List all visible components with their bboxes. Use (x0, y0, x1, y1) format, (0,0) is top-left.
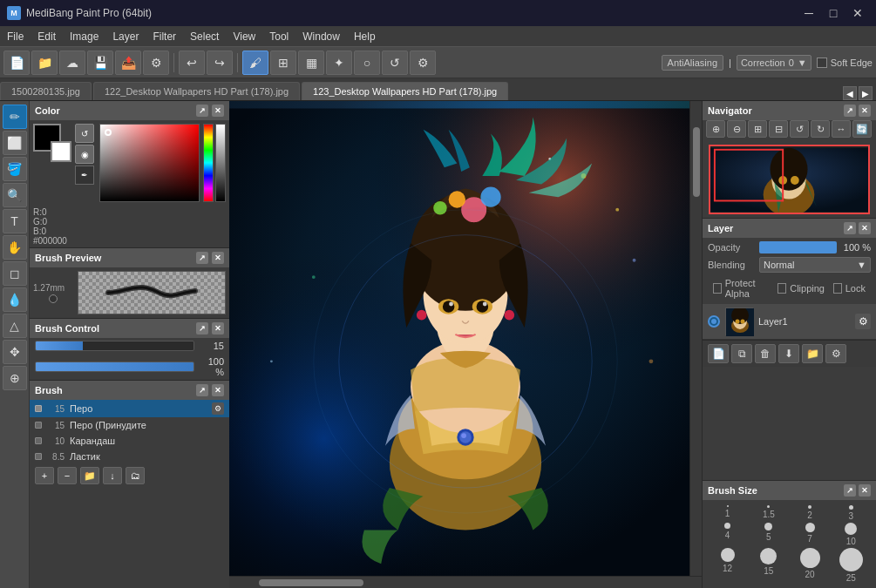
tool-small-1[interactable]: ↺ (75, 124, 94, 143)
brush-size-expand[interactable]: ↗ (844, 484, 856, 497)
toolbar-transform[interactable]: ✦ (326, 51, 352, 75)
brush-size-7[interactable]: 7 (791, 523, 830, 546)
horizontal-scrollbar[interactable] (229, 576, 702, 588)
toolbar-new[interactable]: 📄 (3, 51, 30, 75)
brush-panel-close[interactable]: ✕ (212, 384, 224, 396)
toolbar-open[interactable]: 📁 (31, 51, 58, 75)
tab-prev[interactable]: ◀ (843, 86, 857, 100)
brush-size-20[interactable]: 20 (791, 548, 830, 583)
tool-move[interactable]: ✥ (3, 340, 27, 364)
close-button[interactable]: ✕ (846, 3, 869, 23)
layer-settings[interactable]: ⚙ (825, 344, 846, 363)
menu-window[interactable]: Window (295, 26, 347, 46)
nav-flip[interactable]: ↔ (832, 120, 851, 138)
brush-size-10[interactable]: 10 (832, 523, 871, 546)
nav-refresh[interactable]: 🔄 (852, 120, 872, 138)
brush-preview-expand[interactable]: ↗ (196, 252, 208, 264)
layer-panel-expand[interactable]: ↗ (844, 222, 856, 234)
toolbar-save[interactable]: 💾 (87, 51, 113, 75)
navigator-expand[interactable]: ↗ (844, 105, 856, 117)
toolbar-options[interactable]: ⚙ (410, 51, 436, 75)
clipping-checkbox[interactable] (778, 283, 786, 294)
brush-item-1[interactable]: 15 Перо (Принудите (30, 417, 229, 433)
navigator-close[interactable]: ✕ (859, 105, 871, 117)
menu-filter[interactable]: Filter (146, 26, 183, 46)
brush-panel-expand[interactable]: ↗ (196, 384, 208, 396)
tab-next[interactable]: ▶ (859, 86, 873, 100)
brush-size-close[interactable]: ✕ (859, 484, 871, 497)
brush-add[interactable]: + (35, 467, 54, 484)
nav-actual[interactable]: ⊟ (769, 120, 788, 138)
brush-export[interactable]: 🗂 (126, 467, 145, 484)
brightness-bar[interactable] (215, 124, 226, 202)
layer-item-0[interactable]: Layer1 ⚙ (703, 304, 876, 340)
menu-select[interactable]: Select (183, 26, 226, 46)
maximize-button[interactable]: □ (822, 3, 845, 23)
brush-control-close[interactable]: ✕ (212, 322, 224, 335)
tool-text[interactable]: T (3, 209, 27, 233)
menu-help[interactable]: Help (347, 26, 383, 46)
toolbar-settings[interactable]: ⚙ (143, 51, 169, 75)
brush-size-2[interactable]: 2 (791, 505, 830, 521)
brush-item-2[interactable]: 10 Карандаш (30, 433, 229, 449)
tool-eyedropper[interactable]: 🔍 (3, 183, 27, 207)
brush-control-expand[interactable]: ↗ (196, 322, 208, 335)
canvas-area[interactable] (229, 101, 702, 588)
layer-duplicate[interactable]: ⧉ (731, 344, 752, 363)
toolbar-cloud[interactable]: ☁ (59, 51, 85, 75)
nav-rotate-right[interactable]: ↻ (811, 120, 830, 138)
toolbar-circle[interactable]: ○ (354, 51, 380, 75)
protect-alpha-checkbox[interactable] (713, 283, 722, 294)
correction-select[interactable]: Correction 0 ▼ (737, 55, 811, 71)
layer-gear-0[interactable]: ⚙ (855, 314, 871, 329)
opacity-slider-track[interactable] (35, 362, 194, 372)
brush-folder[interactable]: 📁 (80, 467, 99, 484)
tool-brush[interactable]: ✏ (3, 105, 27, 129)
brush-size-12[interactable]: 12 (708, 548, 747, 583)
layer-merge-down[interactable]: ⬇ (778, 344, 799, 363)
blending-select[interactable]: Normal ▼ (759, 257, 871, 273)
toolbar-arc[interactable]: ↺ (382, 51, 408, 75)
tool-smudge[interactable]: ✋ (3, 235, 27, 260)
background-swatch[interactable] (51, 141, 71, 162)
menu-view[interactable]: View (226, 26, 262, 46)
hue-bar[interactable] (203, 124, 214, 202)
brush-delete[interactable]: − (58, 467, 77, 484)
minimize-button[interactable]: ─ (798, 3, 820, 23)
toolbar-grid[interactable]: ⊞ (270, 51, 296, 75)
layer-panel-close[interactable]: ✕ (859, 222, 871, 234)
tab-1[interactable]: 122_Desktop Wallpapers HD Part (178).jpg (93, 82, 300, 100)
menu-tool[interactable]: Tool (262, 26, 295, 46)
fg-bg-swatch[interactable] (33, 124, 71, 162)
nav-zoom-out[interactable]: ⊖ (727, 120, 746, 138)
brush-size-3[interactable]: 3 (832, 505, 871, 521)
brush-item-3[interactable]: 8.5 Ластик (30, 449, 229, 464)
layer-visible-0[interactable] (708, 315, 720, 328)
v-scroll-thumb[interactable] (693, 127, 700, 197)
toolbar-redo[interactable]: ↪ (207, 51, 233, 75)
menu-layer[interactable]: Layer (105, 26, 146, 46)
h-scroll-thumb[interactable] (259, 579, 363, 586)
brush-settings-0[interactable]: ⚙ (212, 402, 224, 415)
toolbar-export[interactable]: 📤 (115, 51, 141, 75)
tool-select-rect[interactable]: ⬜ (3, 131, 27, 155)
vertical-scrollbar[interactable] (689, 101, 702, 576)
toolbar-undo[interactable]: ↩ (179, 51, 205, 75)
color-gradient[interactable] (99, 124, 200, 202)
brush-size-15[interactable]: 15 (749, 548, 788, 583)
toolbar-grid2[interactable]: ▦ (298, 51, 324, 75)
brush-size-5[interactable]: 5 (749, 523, 788, 546)
tool-small-2[interactable]: ◉ (75, 145, 94, 164)
opacity-slider[interactable] (759, 241, 837, 253)
tool-fill[interactable]: 🪣 (3, 157, 27, 181)
tool-blur[interactable]: 💧 (3, 287, 27, 312)
tab-0[interactable]: 1500280135.jpg (0, 82, 92, 100)
color-panel-close[interactable]: ✕ (212, 105, 224, 117)
layer-folder[interactable]: 📁 (802, 344, 823, 363)
lock-checkbox[interactable] (833, 283, 842, 294)
brush-size-1-5[interactable]: 1.5 (749, 505, 788, 521)
tool-shape[interactable]: △ (3, 314, 27, 338)
size-slider-track[interactable] (35, 341, 194, 351)
brush-item-0[interactable]: 15 Перо ⚙ (30, 400, 229, 417)
menu-image[interactable]: Image (63, 26, 105, 46)
